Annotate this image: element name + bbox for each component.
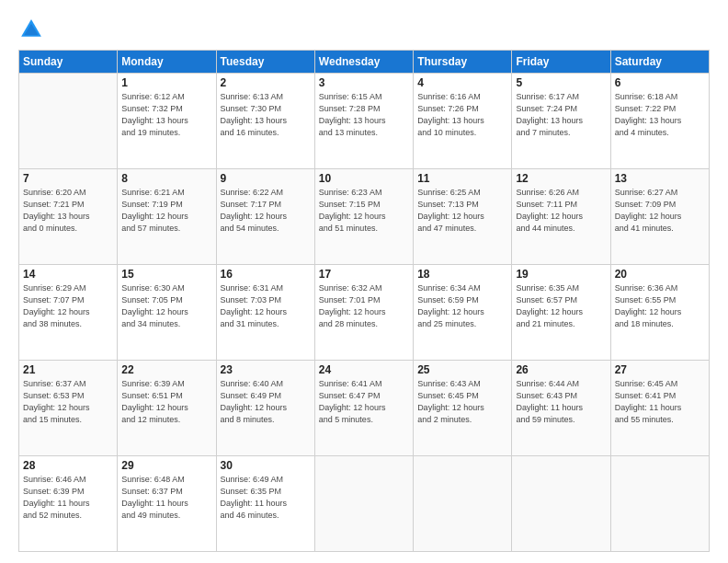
day-info: Sunrise: 6:21 AM Sunset: 7:19 PM Dayligh… bbox=[121, 187, 211, 235]
calendar-cell: 18Sunrise: 6:34 AM Sunset: 6:59 PM Dayli… bbox=[414, 265, 512, 361]
day-info: Sunrise: 6:20 AM Sunset: 7:21 PM Dayligh… bbox=[23, 187, 113, 235]
day-info: Sunrise: 6:31 AM Sunset: 7:03 PM Dayligh… bbox=[221, 282, 311, 330]
calendar-cell bbox=[414, 456, 512, 552]
weekday-header-saturday: Saturday bbox=[610, 51, 709, 74]
weekday-header-friday: Friday bbox=[512, 51, 610, 74]
calendar-cell: 24Sunrise: 6:41 AM Sunset: 6:47 PM Dayli… bbox=[314, 361, 413, 456]
day-number: 3 bbox=[319, 76, 409, 89]
calendar-cell bbox=[610, 456, 709, 552]
week-row-3: 14Sunrise: 6:29 AM Sunset: 7:07 PM Dayli… bbox=[19, 265, 710, 361]
page: SundayMondayTuesdayWednesdayThursdayFrid… bbox=[0, 0, 728, 563]
weekday-header-row: SundayMondayTuesdayWednesdayThursdayFrid… bbox=[19, 51, 710, 74]
calendar: SundayMondayTuesdayWednesdayThursdayFrid… bbox=[18, 50, 710, 552]
logo-icon bbox=[18, 17, 44, 42]
weekday-header-monday: Monday bbox=[118, 51, 216, 74]
calendar-cell: 29Sunrise: 6:48 AM Sunset: 6:37 PM Dayli… bbox=[118, 456, 216, 552]
day-number: 4 bbox=[417, 76, 507, 89]
calendar-cell: 3Sunrise: 6:15 AM Sunset: 7:28 PM Daylig… bbox=[314, 74, 413, 169]
day-number: 12 bbox=[516, 172, 606, 185]
day-info: Sunrise: 6:34 AM Sunset: 6:59 PM Dayligh… bbox=[417, 282, 507, 330]
day-number: 29 bbox=[121, 459, 211, 472]
weekday-header-thursday: Thursday bbox=[414, 51, 512, 74]
logo bbox=[18, 17, 48, 42]
day-number: 6 bbox=[615, 76, 705, 89]
calendar-cell: 8Sunrise: 6:21 AM Sunset: 7:19 PM Daylig… bbox=[118, 169, 216, 265]
calendar-cell: 26Sunrise: 6:44 AM Sunset: 6:43 PM Dayli… bbox=[512, 361, 610, 456]
day-number: 14 bbox=[23, 268, 113, 281]
day-number: 19 bbox=[516, 268, 606, 281]
day-info: Sunrise: 6:39 AM Sunset: 6:51 PM Dayligh… bbox=[121, 378, 211, 426]
day-number: 2 bbox=[221, 76, 311, 89]
day-number: 21 bbox=[23, 363, 113, 376]
day-number: 5 bbox=[516, 76, 606, 89]
calendar-cell: 20Sunrise: 6:36 AM Sunset: 6:55 PM Dayli… bbox=[610, 265, 709, 361]
day-info: Sunrise: 6:45 AM Sunset: 6:41 PM Dayligh… bbox=[615, 378, 705, 426]
day-info: Sunrise: 6:40 AM Sunset: 6:49 PM Dayligh… bbox=[221, 378, 311, 426]
day-info: Sunrise: 6:30 AM Sunset: 7:05 PM Dayligh… bbox=[121, 282, 211, 330]
calendar-cell: 5Sunrise: 6:17 AM Sunset: 7:24 PM Daylig… bbox=[512, 74, 610, 169]
calendar-cell: 14Sunrise: 6:29 AM Sunset: 7:07 PM Dayli… bbox=[19, 265, 118, 361]
week-row-2: 7Sunrise: 6:20 AM Sunset: 7:21 PM Daylig… bbox=[19, 169, 710, 265]
day-number: 10 bbox=[319, 172, 409, 185]
calendar-cell: 21Sunrise: 6:37 AM Sunset: 6:53 PM Dayli… bbox=[19, 361, 118, 456]
calendar-cell: 13Sunrise: 6:27 AM Sunset: 7:09 PM Dayli… bbox=[610, 169, 709, 265]
calendar-cell: 6Sunrise: 6:18 AM Sunset: 7:22 PM Daylig… bbox=[610, 74, 709, 169]
calendar-cell: 10Sunrise: 6:23 AM Sunset: 7:15 PM Dayli… bbox=[314, 169, 413, 265]
day-info: Sunrise: 6:49 AM Sunset: 6:35 PM Dayligh… bbox=[221, 474, 311, 522]
calendar-cell: 28Sunrise: 6:46 AM Sunset: 6:39 PM Dayli… bbox=[19, 456, 118, 552]
day-number: 16 bbox=[221, 268, 311, 281]
day-number: 8 bbox=[121, 172, 211, 185]
day-number: 27 bbox=[615, 363, 705, 376]
calendar-cell: 11Sunrise: 6:25 AM Sunset: 7:13 PM Dayli… bbox=[414, 169, 512, 265]
day-number: 11 bbox=[417, 172, 507, 185]
calendar-cell: 9Sunrise: 6:22 AM Sunset: 7:17 PM Daylig… bbox=[216, 169, 314, 265]
day-number: 24 bbox=[319, 363, 409, 376]
calendar-cell: 7Sunrise: 6:20 AM Sunset: 7:21 PM Daylig… bbox=[19, 169, 118, 265]
day-info: Sunrise: 6:48 AM Sunset: 6:37 PM Dayligh… bbox=[121, 474, 211, 522]
calendar-cell bbox=[512, 456, 610, 552]
day-info: Sunrise: 6:37 AM Sunset: 6:53 PM Dayligh… bbox=[23, 378, 113, 426]
day-info: Sunrise: 6:41 AM Sunset: 6:47 PM Dayligh… bbox=[319, 378, 409, 426]
day-info: Sunrise: 6:46 AM Sunset: 6:39 PM Dayligh… bbox=[23, 474, 113, 522]
calendar-cell: 25Sunrise: 6:43 AM Sunset: 6:45 PM Dayli… bbox=[414, 361, 512, 456]
calendar-cell: 12Sunrise: 6:26 AM Sunset: 7:11 PM Dayli… bbox=[512, 169, 610, 265]
calendar-cell: 4Sunrise: 6:16 AM Sunset: 7:26 PM Daylig… bbox=[414, 74, 512, 169]
day-info: Sunrise: 6:27 AM Sunset: 7:09 PM Dayligh… bbox=[615, 187, 705, 235]
day-number: 22 bbox=[121, 363, 211, 376]
header bbox=[18, 17, 710, 42]
day-info: Sunrise: 6:44 AM Sunset: 6:43 PM Dayligh… bbox=[516, 378, 606, 426]
day-info: Sunrise: 6:25 AM Sunset: 7:13 PM Dayligh… bbox=[417, 187, 507, 235]
calendar-cell: 22Sunrise: 6:39 AM Sunset: 6:51 PM Dayli… bbox=[118, 361, 216, 456]
calendar-cell: 17Sunrise: 6:32 AM Sunset: 7:01 PM Dayli… bbox=[314, 265, 413, 361]
day-number: 30 bbox=[221, 459, 311, 472]
calendar-cell bbox=[314, 456, 413, 552]
day-number: 1 bbox=[121, 76, 211, 89]
calendar-cell: 2Sunrise: 6:13 AM Sunset: 7:30 PM Daylig… bbox=[216, 74, 314, 169]
weekday-header-tuesday: Tuesday bbox=[216, 51, 314, 74]
day-info: Sunrise: 6:12 AM Sunset: 7:32 PM Dayligh… bbox=[121, 91, 211, 139]
weekday-header-wednesday: Wednesday bbox=[314, 51, 413, 74]
day-info: Sunrise: 6:36 AM Sunset: 6:55 PM Dayligh… bbox=[615, 282, 705, 330]
day-info: Sunrise: 6:15 AM Sunset: 7:28 PM Dayligh… bbox=[319, 91, 409, 139]
calendar-cell: 15Sunrise: 6:30 AM Sunset: 7:05 PM Dayli… bbox=[118, 265, 216, 361]
calendar-cell: 23Sunrise: 6:40 AM Sunset: 6:49 PM Dayli… bbox=[216, 361, 314, 456]
day-info: Sunrise: 6:29 AM Sunset: 7:07 PM Dayligh… bbox=[23, 282, 113, 330]
week-row-4: 21Sunrise: 6:37 AM Sunset: 6:53 PM Dayli… bbox=[19, 361, 710, 456]
day-number: 23 bbox=[221, 363, 311, 376]
day-number: 9 bbox=[221, 172, 311, 185]
day-number: 17 bbox=[319, 268, 409, 281]
day-info: Sunrise: 6:13 AM Sunset: 7:30 PM Dayligh… bbox=[221, 91, 311, 139]
day-number: 15 bbox=[121, 268, 211, 281]
day-number: 7 bbox=[23, 172, 113, 185]
calendar-cell: 30Sunrise: 6:49 AM Sunset: 6:35 PM Dayli… bbox=[216, 456, 314, 552]
calendar-cell: 1Sunrise: 6:12 AM Sunset: 7:32 PM Daylig… bbox=[118, 74, 216, 169]
calendar-cell: 16Sunrise: 6:31 AM Sunset: 7:03 PM Dayli… bbox=[216, 265, 314, 361]
weekday-header-sunday: Sunday bbox=[19, 51, 118, 74]
day-info: Sunrise: 6:22 AM Sunset: 7:17 PM Dayligh… bbox=[221, 187, 311, 235]
day-info: Sunrise: 6:32 AM Sunset: 7:01 PM Dayligh… bbox=[319, 282, 409, 330]
day-number: 25 bbox=[417, 363, 507, 376]
week-row-1: 1Sunrise: 6:12 AM Sunset: 7:32 PM Daylig… bbox=[19, 74, 710, 169]
day-info: Sunrise: 6:23 AM Sunset: 7:15 PM Dayligh… bbox=[319, 187, 409, 235]
calendar-cell: 19Sunrise: 6:35 AM Sunset: 6:57 PM Dayli… bbox=[512, 265, 610, 361]
day-info: Sunrise: 6:43 AM Sunset: 6:45 PM Dayligh… bbox=[417, 378, 507, 426]
